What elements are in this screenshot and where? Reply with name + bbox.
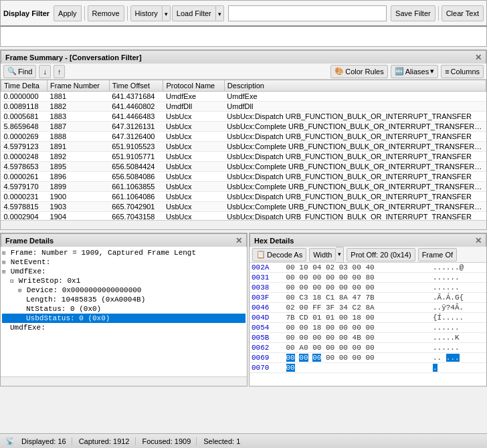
- frame-details-close[interactable]: ✕: [235, 236, 242, 245]
- col-time-delta[interactable]: Time Delta: [1, 80, 47, 92]
- frame-details-hscroll[interactable]: [1, 376, 247, 386]
- cell-time-delta: 0.0000248: [1, 152, 47, 162]
- hex-bytes-cell: 00 A0 00 00 00 00 00: [284, 343, 431, 353]
- hex-details-close[interactable]: ✕: [475, 236, 482, 245]
- col-frame-number[interactable]: Frame Number: [47, 80, 110, 92]
- hex-row[interactable]: 0062 00 A0 00 00 00 00 00 ......: [250, 343, 486, 353]
- hex-row[interactable]: 004D 7B CD 01 01 00 18 00 {Í.....: [250, 313, 486, 323]
- tree-item[interactable]: ⊟ WriteStop: 0x1: [2, 276, 246, 286]
- hex-row[interactable]: 005B 00 00 00 00 00 4B 00 .....K: [250, 333, 486, 343]
- col-time-offset[interactable]: Time Offset: [109, 80, 163, 92]
- table-row[interactable]: 0.0000231 1900 661.1064086 UsbUcx UsbUcx…: [1, 192, 486, 202]
- table-row[interactable]: 0.0000269 1888 647.3126400 UsbUcx UsbUcx…: [1, 132, 486, 142]
- prot-off-button[interactable]: Prot Off: 20 (0x14): [347, 248, 415, 261]
- hex-row[interactable]: 0038 00 00 00 00 00 00 00 ......: [250, 283, 486, 293]
- tree-item[interactable]: UsbdStatus: 0 (0x0): [2, 314, 246, 323]
- col-protocol-name[interactable]: Protocol Name: [163, 80, 224, 92]
- hex-byte: 00: [326, 284, 334, 292]
- frame-table-container[interactable]: Time Delta Frame Number Time Offset Prot…: [1, 80, 486, 220]
- hex-row[interactable]: 0054 00 00 18 00 00 00 00 ......: [250, 323, 486, 333]
- hex-row[interactable]: 0031 00 00 00 00 00 00 80 ......: [250, 273, 486, 283]
- table-row[interactable]: 0.0000000 1881 641.4371684 UmdfExe UmdfE…: [1, 92, 486, 102]
- table-row[interactable]: 4.5979170 1899 661.1063855 UsbUcx UsbUcx…: [1, 182, 486, 192]
- up-arrow-button[interactable]: ↑: [54, 65, 66, 78]
- cell-time-delta: 4.5979170: [1, 182, 47, 192]
- width-dropdown: Width ▾: [309, 247, 344, 263]
- columns-button[interactable]: ≡ Columns: [441, 65, 484, 78]
- table-row[interactable]: 5.8659648 1887 647.3126131 UsbUcx UsbUcx…: [1, 122, 486, 132]
- load-filter-button[interactable]: Load Filter: [172, 5, 216, 21]
- hex-byte: 00: [326, 273, 334, 282]
- tree-item[interactable]: ⊞ NetEvent:: [2, 257, 246, 267]
- tree-item[interactable]: ⊞ Frame: Number = 1909, Captured Frame L…: [2, 248, 246, 257]
- col-description[interactable]: Description: [224, 80, 486, 92]
- hex-byte: 00: [312, 273, 321, 282]
- hex-row[interactable]: 0070 00 .: [250, 363, 486, 373]
- clear-text-button[interactable]: Clear Text: [442, 5, 484, 21]
- remove-button[interactable]: Remove: [88, 5, 124, 21]
- aliases-button[interactable]: 🔤 Aliases ▾: [391, 65, 438, 78]
- cell-time-delta: 4.5979123: [1, 142, 47, 152]
- hex-byte: 00: [286, 344, 295, 352]
- expand-icon: ⊞: [18, 288, 25, 294]
- frame-table-hscroll[interactable]: [1, 220, 486, 229]
- down-arrow-button[interactable]: ↓: [39, 65, 51, 78]
- tree-item[interactable]: NtStatus: 0 (0x0): [2, 304, 246, 314]
- hex-byte: C1: [326, 294, 334, 302]
- hex-byte: 00: [299, 273, 308, 282]
- hex-toolbar: 📋 Decode As Width ▾ Prot Off: 20 (0x14) …: [250, 247, 486, 263]
- table-row[interactable]: 0.0000261 1896 656.5084086 UsbUcx UsbUcx…: [1, 172, 486, 182]
- table-row[interactable]: 4.5979123 1891 651.9105523 UsbUcx UsbUcx…: [1, 142, 486, 152]
- save-filter-button[interactable]: Save Filter: [391, 5, 435, 21]
- filter-input[interactable]: [228, 5, 387, 21]
- hex-addr: 0031: [250, 273, 284, 283]
- hex-byte: 18: [353, 314, 361, 322]
- cell-protocol: UsbUcx: [163, 212, 224, 221]
- hex-byte: 40: [365, 263, 374, 271]
- separator-3: [438, 6, 439, 21]
- frame-details-title-bar: Frame Details ✕: [1, 233, 247, 247]
- hex-addr: 0046: [250, 303, 284, 313]
- cell-protocol: UsbUcx: [163, 112, 224, 122]
- hex-row[interactable]: 003F 00 C3 18 C1 8A 47 7B .Ã.Á.G{: [250, 293, 486, 303]
- hex-byte: 00: [299, 284, 308, 292]
- hex-byte: 8A: [339, 294, 348, 302]
- tree-item[interactable]: Length: 10485835 (0xA0004B): [2, 295, 246, 304]
- hex-content[interactable]: 002A 00 10 04 02 03 00 40 ......@ 0031 0…: [250, 263, 486, 386]
- table-row[interactable]: 0.0002904 1904 665.7043158 UsbUcx UsbUcx…: [1, 212, 486, 221]
- table-row[interactable]: 4.5978653 1895 656.5084424 UsbUcx UsbUcx…: [1, 162, 486, 172]
- apply-button[interactable]: Apply: [54, 5, 82, 21]
- tree-item[interactable]: UmdfExe:: [2, 323, 246, 332]
- hex-byte: 00: [365, 344, 374, 352]
- width-arrow[interactable]: ▾: [336, 247, 344, 263]
- width-button[interactable]: Width: [309, 248, 336, 261]
- frame-of-button[interactable]: Frame Of: [418, 248, 457, 261]
- hex-addr: 0062: [250, 343, 284, 353]
- color-rules-button[interactable]: 🎨 Color Rules: [330, 65, 387, 78]
- table-row[interactable]: 4.5978815 1903 665.7042901 UsbUcx UsbUcx…: [1, 202, 486, 212]
- hex-details-title-bar: Hex Details ✕: [250, 233, 486, 247]
- table-row[interactable]: 0.0089118 1882 641.4460802 UmdfDll UmdfD…: [1, 102, 486, 112]
- history-button[interactable]: History: [130, 5, 163, 21]
- hex-row[interactable]: 0046 02 00 FF 3F 34 C2 8A ..ÿ?4Â.: [250, 303, 486, 313]
- frame-summary-panel: Frame Summary - [Conversation Filter] ✕ …: [0, 49, 487, 230]
- cell-time-offset: 656.5084424: [109, 162, 163, 172]
- load-filter-arrow[interactable]: ▾: [216, 5, 224, 21]
- cell-time-offset: 651.9105523: [109, 142, 163, 152]
- hex-addr: 0054: [250, 323, 284, 333]
- frame-details-content[interactable]: ⊞ Frame: Number = 1909, Captured Frame L…: [1, 247, 247, 376]
- hex-ascii-highlight: ...: [446, 354, 460, 362]
- table-row[interactable]: 0.0000248 1892 651.9105771 UsbUcx UsbUcx…: [1, 152, 486, 162]
- frame-summary-close[interactable]: ✕: [475, 53, 482, 62]
- tree-item[interactable]: ⊞ Device: 0x0000000000000000: [2, 286, 246, 295]
- hex-byte: 10: [299, 263, 308, 271]
- cell-description: UsbUcx:Dispatch URB_FUNCTION_BULK_OR_INT…: [224, 212, 486, 221]
- hex-row[interactable]: 002A 00 10 04 02 03 00 40 ......@: [250, 263, 486, 273]
- cell-protocol: UsbUcx: [163, 162, 224, 172]
- hex-row[interactable]: 0069 00 00 00 00 00 00 00 .. ...: [250, 353, 486, 363]
- table-row[interactable]: 0.0005681 1883 641.4466483 UsbUcx UsbUcx…: [1, 112, 486, 122]
- find-button[interactable]: 🔍 Find: [3, 65, 36, 78]
- decode-as-button[interactable]: 📋 Decode As: [252, 248, 306, 261]
- history-arrow[interactable]: ▾: [163, 5, 171, 21]
- tree-item[interactable]: ⊞ UmdfExe:: [2, 267, 246, 276]
